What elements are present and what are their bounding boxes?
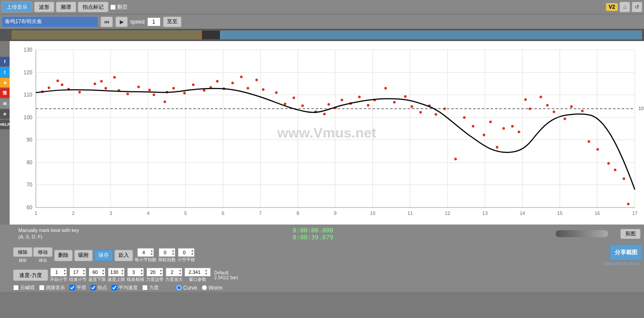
end-bar-down[interactable]: ▼: [82, 272, 86, 276]
delete-button[interactable]: 删除: [54, 250, 73, 261]
svg-point-68: [164, 100, 166, 103]
page-checkbox[interactable]: [110, 4, 116, 10]
v2-badge: V2: [606, 3, 618, 11]
beat-point-checkbox[interactable]: [91, 285, 96, 290]
smooth-checkbox[interactable]: [70, 285, 75, 290]
svg-point-109: [502, 127, 505, 130]
mute-checkbox[interactable]: [13, 285, 19, 290]
speed-lower-up[interactable]: ▲: [101, 269, 105, 272]
save-button[interactable]: 保存: [94, 250, 113, 261]
force-scale-label: 力度放大: [165, 277, 183, 283]
force-scale-input[interactable]: [166, 270, 178, 275]
plus-icon[interactable]: +: [0, 109, 10, 119]
confirm-button[interactable]: 至至: [163, 17, 181, 27]
mute-label[interactable]: 元喊唱: [13, 284, 35, 291]
waveform-display[interactable]: [11, 30, 642, 40]
worm-radio-label[interactable]: Worm: [202, 285, 223, 291]
beats-up-arrow[interactable]: ▲: [150, 249, 154, 252]
force-margin-label: 力度边旁: [146, 277, 164, 283]
song-name-input[interactable]: [2, 17, 98, 27]
force-margin-input[interactable]: [147, 270, 159, 275]
svg-point-61: [100, 80, 103, 83]
svg-text:80: 80: [27, 159, 33, 166]
remove-button[interactable]: 移除: [13, 247, 32, 257]
svg-point-107: [489, 121, 492, 123]
bar-move-down[interactable]: ▼: [191, 252, 195, 256]
speed-input[interactable]: [147, 17, 160, 26]
force-checkbox[interactable]: [142, 285, 148, 290]
import-button[interactable]: 款入: [115, 250, 133, 261]
svg-point-56: [56, 80, 59, 82]
svg-text:100: 100: [24, 114, 32, 121]
start-bar-input[interactable]: [51, 270, 63, 275]
speed-force-button[interactable]: 速度-力度: [13, 270, 48, 281]
bar-range-input[interactable]: [159, 250, 171, 255]
home-button[interactable]: ⌂: [620, 2, 630, 12]
move-button[interactable]: 移动: [33, 247, 52, 257]
random-checkbox[interactable]: [39, 285, 45, 290]
worm-radio[interactable]: [202, 285, 207, 290]
svg-text:15: 15: [557, 211, 562, 216]
force-chk-label[interactable]: 力度: [142, 284, 159, 291]
twitter-icon[interactable]: t: [0, 67, 10, 77]
speed-upper-input[interactable]: [108, 270, 121, 275]
split-button[interactable]: 分享截图: [610, 245, 642, 260]
speed-lower-input[interactable]: [89, 270, 101, 275]
bar-range-down[interactable]: ▼: [171, 252, 175, 256]
spectrum-button[interactable]: 频谱: [56, 2, 76, 12]
smooth-label[interactable]: 平滑: [70, 284, 86, 291]
speed-lower-down[interactable]: ▼: [101, 272, 105, 276]
end-bar-input[interactable]: [70, 270, 82, 275]
refresh-button[interactable]: ↺: [632, 2, 642, 12]
window-param-input[interactable]: [185, 270, 204, 275]
force-margin-up[interactable]: ▲: [159, 269, 163, 272]
svg-point-105: [472, 125, 474, 128]
line-width-input[interactable]: [128, 270, 140, 275]
svg-point-119: [581, 110, 584, 112]
prev-button[interactable]: ⏮: [101, 17, 113, 27]
help-icon[interactable]: HELP: [0, 120, 10, 129]
chart-area[interactable]: 130 120 110 100 90 80 70 60 1 2 3 4 5 6 …: [10, 41, 644, 225]
svg-point-70: [172, 87, 175, 90]
speed-upper-down[interactable]: ▼: [121, 272, 125, 276]
end-bar-up[interactable]: ▲: [82, 269, 86, 272]
beats-per-bar-input[interactable]: [138, 250, 150, 255]
force-scale-up[interactable]: ▲: [178, 269, 182, 272]
page-checkbox-label[interactable]: 翻页: [110, 3, 128, 11]
force-margin-down[interactable]: ▼: [159, 272, 163, 276]
facebook-icon[interactable]: f: [0, 57, 10, 66]
curve-radio[interactable]: [176, 285, 182, 290]
svg-point-124: [623, 177, 625, 180]
svg-point-85: [301, 104, 304, 107]
start-bar-up[interactable]: ▲: [63, 269, 67, 272]
force-scale-down[interactable]: ▼: [178, 272, 182, 276]
curve-radio-label[interactable]: Curve: [176, 285, 197, 291]
waveform-button[interactable]: 波形: [34, 2, 54, 12]
speed-upper-up[interactable]: ▲: [121, 269, 125, 272]
star-icon[interactable]: ★: [0, 78, 10, 87]
beat-mark-button[interactable]: 拍点标记: [78, 2, 108, 12]
svg-text:110: 110: [24, 92, 32, 98]
line-width-up[interactable]: ▲: [140, 269, 144, 272]
svg-text:14: 14: [520, 211, 525, 216]
window-param-down[interactable]: ▼: [204, 272, 208, 276]
bar-range-up[interactable]: ▲: [171, 249, 175, 252]
bar-move-up[interactable]: ▲: [191, 249, 195, 252]
start-bar-down[interactable]: ▼: [63, 272, 67, 276]
avg-speed-checkbox[interactable]: [111, 285, 117, 290]
upload-music-button[interactable]: 上传音乐: [2, 2, 32, 12]
play-button[interactable]: ▶: [115, 17, 128, 27]
weibo-icon[interactable]: 微: [0, 88, 10, 98]
window-param-up[interactable]: ▲: [204, 269, 208, 272]
line-width-down[interactable]: ▼: [140, 272, 144, 276]
beat-point-label[interactable]: 拍点: [91, 284, 107, 291]
random-label[interactable]: 跳随音乐: [39, 284, 65, 291]
bar-move-input[interactable]: [178, 250, 191, 255]
mail-icon[interactable]: ✉: [0, 99, 10, 108]
worm-slider[interactable]: [556, 230, 608, 237]
avg-speed-label[interactable]: 平均速度: [111, 284, 138, 291]
beats-down-arrow[interactable]: ▼: [150, 252, 154, 256]
absorb-button[interactable]: 吸附: [74, 250, 93, 261]
clip-button[interactable]: 剪图: [620, 229, 641, 239]
svg-point-78: [240, 76, 243, 78]
